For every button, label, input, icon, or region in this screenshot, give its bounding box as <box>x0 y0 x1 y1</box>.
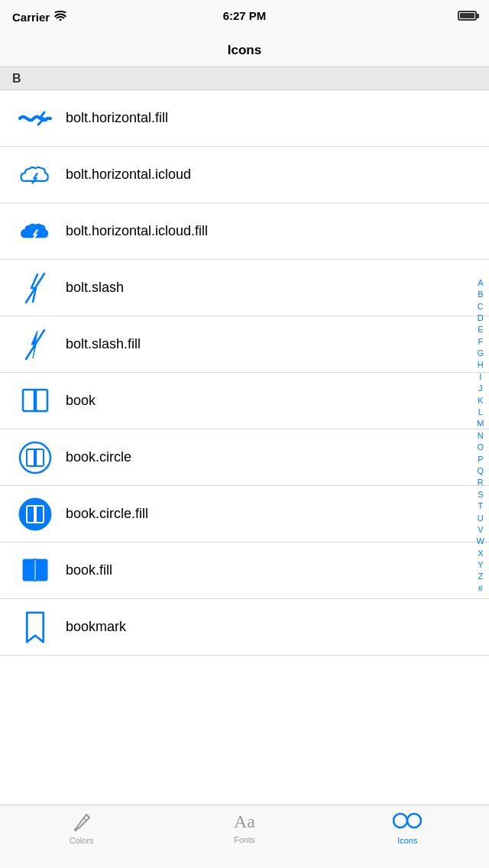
alpha-U[interactable]: U <box>474 513 487 524</box>
alpha-A[interactable]: A <box>474 277 486 289</box>
list-item[interactable]: bolt.horizontal.icloud.fill <box>0 203 489 260</box>
carrier-text: Carrier <box>12 11 50 24</box>
alpha-E[interactable]: E <box>474 324 486 335</box>
alpha-hash[interactable]: # <box>475 583 486 594</box>
alpha-X[interactable]: X <box>474 548 486 559</box>
fonts-icon: Aa <box>234 811 255 832</box>
tab-bar: Colors Aa Fonts Icons <box>0 805 489 868</box>
alpha-N[interactable]: N <box>474 430 487 442</box>
alpha-M[interactable]: M <box>474 418 487 429</box>
alpha-O[interactable]: O <box>474 442 487 453</box>
tab-fonts-label: Fonts <box>234 835 255 844</box>
list-item[interactable]: bookmark <box>0 599 489 656</box>
icon-name: book.fill <box>66 562 112 578</box>
tab-colors-label: Colors <box>70 836 94 845</box>
icon-name: bolt.slash <box>66 280 124 296</box>
bolt-horizontal-icloud-fill-icon <box>12 209 58 254</box>
icon-name: bolt.horizontal.fill <box>66 110 168 126</box>
status-bar: Carrier 6:27 PM <box>0 0 489 34</box>
list-item[interactable]: bolt.horizontal.fill <box>0 90 489 147</box>
alphabet-index[interactable]: A B C D E F G H I J K L M N O P Q R S T … <box>474 67 487 805</box>
alpha-J[interactable]: J <box>475 383 486 394</box>
status-time: 6:27 PM <box>223 9 267 22</box>
alpha-K[interactable]: K <box>474 395 486 406</box>
list-item[interactable]: bolt.slash.fill <box>0 316 489 373</box>
icons-icon <box>393 811 422 833</box>
icon-name: book.circle <box>66 449 131 465</box>
wifi-icon <box>54 11 66 23</box>
svg-line-1 <box>26 330 44 359</box>
list-item[interactable]: book.circle.fill <box>0 486 489 542</box>
carrier-info: Carrier <box>12 11 66 24</box>
alpha-D[interactable]: D <box>474 313 487 324</box>
alpha-S[interactable]: S <box>474 489 486 500</box>
alpha-Z[interactable]: Z <box>474 571 486 582</box>
alpha-Y[interactable]: Y <box>474 559 486 571</box>
bolt-horizontal-icloud-icon <box>12 152 58 198</box>
alpha-C[interactable]: C <box>474 301 487 313</box>
alpha-Q[interactable]: Q <box>474 465 487 477</box>
alpha-W[interactable]: W <box>474 536 487 547</box>
list-item[interactable]: book.fill <box>0 542 489 599</box>
list-item[interactable]: bolt.slash <box>0 260 489 316</box>
book-circle-fill-icon <box>12 491 58 537</box>
list-item[interactable]: book.circle <box>0 429 489 486</box>
icon-name: bookmark <box>66 619 126 635</box>
list-item[interactable]: bolt.horizontal.icloud <box>0 147 489 203</box>
alpha-R[interactable]: R <box>474 477 487 488</box>
tab-fonts[interactable]: Aa Fonts <box>163 811 325 844</box>
bolt-slash-fill-icon <box>12 322 58 368</box>
bolt-horizontal-fill-icon <box>12 96 58 141</box>
icon-name: bolt.horizontal.icloud <box>66 167 191 183</box>
alpha-B[interactable]: B <box>474 289 486 300</box>
book-icon <box>12 378 58 424</box>
battery-icon <box>458 10 477 24</box>
alpha-L[interactable]: L <box>475 406 486 418</box>
tab-icons-label: Icons <box>397 836 417 845</box>
alpha-H[interactable]: H <box>474 359 487 371</box>
bolt-slash-icon <box>12 265 58 311</box>
icon-name: book.circle.fill <box>66 506 148 522</box>
bookmark-icon <box>12 604 58 650</box>
alpha-T[interactable]: T <box>474 500 486 512</box>
alpha-G[interactable]: G <box>474 348 487 359</box>
alpha-V[interactable]: V <box>474 524 486 536</box>
section-header-b: B <box>0 67 489 90</box>
icon-name: bolt.horizontal.icloud.fill <box>66 223 208 239</box>
alpha-I[interactable]: I <box>476 371 484 383</box>
list-item[interactable]: book <box>0 373 489 429</box>
tab-colors[interactable]: Colors <box>0 811 163 845</box>
book-circle-icon <box>12 435 58 481</box>
content-area: B bolt.horizontal.fill bolt.hori <box>0 67 489 805</box>
dropper-icon <box>71 811 92 833</box>
alpha-P[interactable]: P <box>474 454 486 465</box>
tab-icons[interactable]: Icons <box>326 811 489 845</box>
book-fill-icon <box>12 548 58 594</box>
icon-name: book <box>66 393 96 409</box>
icon-list: bolt.horizontal.fill bolt.horizontal.icl… <box>0 90 489 656</box>
navigation-bar: Icons <box>0 34 489 67</box>
svg-point-10 <box>74 828 77 831</box>
svg-point-12 <box>393 814 407 828</box>
alpha-F[interactable]: F <box>474 336 486 348</box>
page-title: Icons <box>228 43 261 58</box>
svg-point-13 <box>407 814 421 828</box>
icon-name: bolt.slash.fill <box>66 336 141 352</box>
